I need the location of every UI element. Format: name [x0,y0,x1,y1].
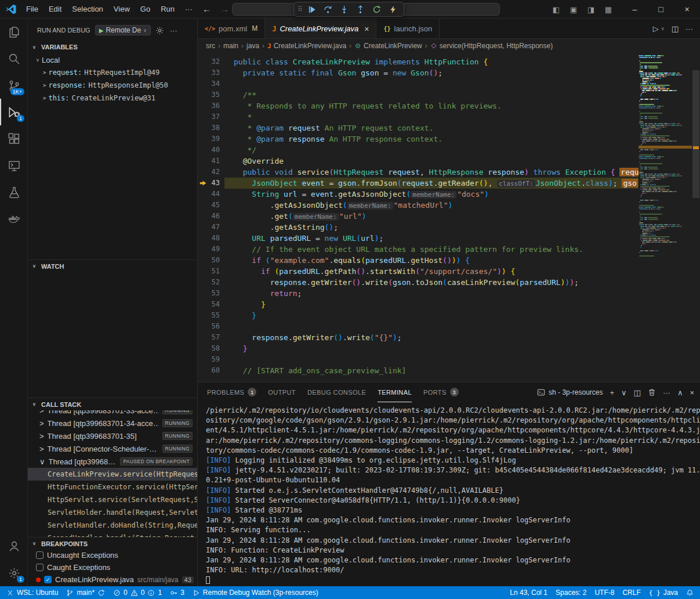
debug-toolbar-drag-handle[interactable]: ⠿ [298,5,302,13]
status-language-mode[interactable]: { }Java [645,586,682,599]
variable-row[interactable]: >request:HttpRequestImpl@49 [28,66,197,79]
new-terminal-icon[interactable]: + [610,388,614,397]
terminal-instance-item[interactable]: sh - 3p-resources [537,388,603,396]
activity-item-testing[interactable] [0,179,27,205]
activity-item-run-and-debug[interactable]: 1 [0,99,27,125]
panel-more-actions-icon[interactable]: ··· [663,388,670,397]
panel-tab-debug-console[interactable]: DEBUG CONSOLE [307,383,366,402]
gutter-line-46[interactable]: 46 [198,211,224,222]
kill-terminal-icon[interactable] [648,388,656,396]
status-remote-indicator[interactable]: WSL: Ubuntu [2,586,62,599]
editor-scrollbar[interactable] [692,53,700,382]
gutter-line-35[interactable]: 35 [198,89,224,100]
code-line-36[interactable]: 36 * Responds to any HTTP request relate… [198,100,639,111]
breakpoint-checkbox[interactable] [36,564,43,571]
menu-run[interactable]: Run [155,1,180,18]
code-line-49[interactable]: 49 // If the event object URL matches a … [198,244,639,255]
gutter-line-42[interactable]: 42 [198,167,224,178]
gutter-line-47[interactable]: 47 [198,222,224,233]
breakpoint-checkbox[interactable]: ✓ [44,576,52,583]
code-line-57[interactable]: 57 response.getWriter().write("{}"); [198,332,639,343]
gutter-line-60[interactable]: 60 [198,365,224,376]
code-line-50[interactable]: 50 if ("example.com".equals(parsedURL.ge… [198,255,639,266]
menu-view[interactable]: View [108,1,135,18]
menu-edit[interactable]: Edit [43,1,67,18]
variables-section-header[interactable]: ∨ VARIABLES [28,41,197,53]
status-notifications[interactable] [682,586,698,599]
call-stack-thread[interactable]: >Thread [qtp399683701-35]RUNNING [28,430,197,442]
gutter-line-45[interactable]: 45 [198,200,224,211]
toggle-panel-icon[interactable]: ▣ [566,5,581,14]
gutter-line-48[interactable]: 48 [198,233,224,244]
breadcrumb-item[interactable]: service(HttpRequest, HttpResponse) [430,42,553,50]
gutter-line-34[interactable]: 34 [198,78,224,89]
split-terminal-icon[interactable]: ◫ [634,388,641,397]
breakpoints-section-header[interactable]: ∨ BREAKPOINTS [28,537,197,550]
gutter-line-52[interactable]: 52 [198,277,224,288]
gutter-line-56[interactable]: 56 [198,321,224,332]
code-line-47[interactable]: 47 .getAsString(); [198,222,639,233]
code-line-32[interactable]: 32public class CreateLinkPreview impleme… [198,56,639,67]
code-line-34[interactable]: 34 [198,78,639,89]
code-line-60[interactable]: 60 // [START add_ons_case_preview_link] [198,365,639,376]
gutter-line-33[interactable]: 33 [198,67,224,78]
toggle-secondary-sidebar-icon[interactable]: ◨ [583,5,599,14]
code-line-48[interactable]: 48 URL parsedURL = new URL(url); [198,233,639,244]
editor-tab-createlinkpreview-java[interactable]: JCreateLinkPreview.java× [265,19,376,38]
call-stack-frame[interactable]: ServletHandler.doHandle(String,Reque [28,519,197,532]
terminal-output[interactable]: /pierrick/.m2/repository/io/cloudevents/… [198,402,700,586]
gutter-line-38[interactable]: 38 [198,122,224,133]
call-stack-frame[interactable]: ScopedHandler.handle(String,Request, [28,532,197,537]
code-line-42[interactable]: 42 public void service(HttpRequest reque… [198,167,639,178]
breadcrumb-item[interactable]: CreateLinkPreview [354,42,422,50]
breadcrumb-item[interactable]: JCreateLinkPreview.java [267,42,346,50]
variable-row[interactable]: >response:HttpResponseImpl@50 [28,79,197,92]
debug-settings-gear-icon[interactable] [154,26,165,35]
code-line-41[interactable]: 41 @Override [198,156,639,167]
close-button[interactable]: × [674,0,700,19]
debug-step-over-button[interactable] [321,3,335,16]
code-line-39[interactable]: 39 * @param response An HTTP response co… [198,133,639,145]
activity-item-docker[interactable] [0,205,27,232]
code-line-58[interactable]: 58 } [198,343,639,354]
call-stack-thread[interactable]: >Thread [qtp399683701-34-acce…RUNNING [28,417,197,430]
debug-restart-button[interactable] [370,3,384,16]
call-stack-frame[interactable]: HttpServlet.service(ServletRequest,S [28,493,197,506]
debug-disconnect-button[interactable] [386,3,400,16]
code-line-35[interactable]: 35 /** [198,89,639,100]
code-line-51[interactable]: 51 if (parsedURL.getPath().startsWith("/… [198,266,639,277]
call-stack-thread[interactable]: >Thread [Connector-Scheduler-…RUNNING [28,442,197,455]
activity-item-source-control[interactable]: 1K+ [0,72,27,99]
gutter-line-58[interactable]: 58 [198,343,224,354]
split-editor-icon[interactable]: ◫ [672,24,679,33]
status-indentation[interactable]: Spaces: 2 [552,586,590,599]
call-stack-frame[interactable]: HttpFunctionExecutor.service(HttpSer [28,481,197,493]
close-panel-icon[interactable]: × [690,388,694,397]
debug-continue-button[interactable] [305,3,319,16]
watch-section-header[interactable]: ∨ WATCH [28,259,197,272]
close-tab-icon[interactable]: × [364,24,369,34]
gutter-line-53[interactable]: 53 [198,288,224,299]
customize-layout-icon[interactable]: ▦ [601,5,616,14]
code-line-33[interactable]: 33 private static final Gson gson = new … [198,67,639,78]
debug-step-out-button[interactable] [354,3,368,16]
call-stack-frame[interactable]: ServletHolder.handle(Request,Servlet [28,506,197,519]
debug-config-dropdown[interactable]: ▶ Remote De ∨ [95,25,151,35]
gutter-line-40[interactable]: 40 [198,145,224,156]
menu-selection[interactable]: Selection [67,1,108,18]
gutter-line-54[interactable]: 54 [198,299,224,310]
status-ports-forwarded[interactable]: 3 [166,586,188,599]
gutter-line-39[interactable]: 39 [198,133,224,145]
status-git-branch[interactable]: main* [62,586,109,599]
call-stack-frame[interactable]: CreateLinkPreview.service(HttpReques [28,468,197,481]
toggle-sidebar-icon[interactable]: ◧ [549,5,564,14]
code-line-54[interactable]: 54 } [198,299,639,310]
breadcrumb-item[interactable]: java [246,42,259,50]
scrollbar-thumb[interactable] [692,70,699,198]
views-more-icon[interactable]: ··· [169,26,179,35]
gutter-line-55[interactable]: 55 [198,310,224,321]
breadcrumb-item[interactable]: src [206,42,215,50]
breakpoint-row[interactable]: Uncaught Exceptions [28,549,197,561]
gutter-line-49[interactable]: 49 [198,244,224,255]
activity-item-accounts[interactable] [0,533,27,560]
